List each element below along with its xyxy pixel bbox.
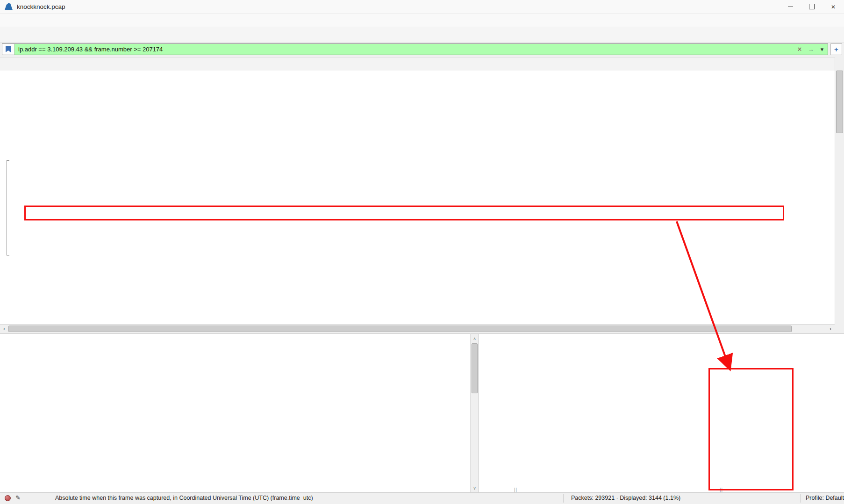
maximize-button[interactable]: [801, 0, 823, 13]
filter-bar: ip.addr == 3.109.209.43 && frame.number …: [0, 43, 844, 56]
status-divider: [800, 494, 801, 503]
scroll-up-arrow-icon[interactable]: [471, 335, 479, 342]
conversation-bracket: [7, 160, 7, 255]
filter-bookmark-button[interactable]: [2, 44, 14, 55]
vscrollbar-thumb[interactable]: [836, 71, 843, 133]
title-bar: knockknock.pcap: [0, 0, 844, 14]
apply-filter-icon[interactable]: [805, 46, 816, 53]
details-scrollbar-thumb[interactable]: [472, 343, 478, 393]
maximize-icon: [809, 4, 815, 9]
status-field-description: Absolute time when this frame was captur…: [55, 495, 313, 501]
packet-list: [0, 71, 835, 324]
capture-comment-icon[interactable]: [15, 494, 21, 501]
display-filter-input[interactable]: ip.addr == 3.109.209.43 && frame.number …: [2, 43, 828, 55]
display-filter-value[interactable]: ip.addr == 3.109.209.43 && frame.number …: [14, 46, 794, 53]
conversation-bracket-tick: [7, 160, 9, 161]
packet-list-hscrollbar[interactable]: [0, 324, 835, 333]
close-button[interactable]: [823, 0, 844, 13]
hex-dump-pane: [479, 334, 844, 493]
profile-label[interactable]: Profile: Default: [806, 495, 844, 501]
hscrollbar-thumb[interactable]: [8, 326, 792, 332]
scrollbar-corner: [835, 324, 844, 333]
menu-bar: [0, 14, 844, 27]
close-icon: [831, 2, 836, 11]
scroll-down-arrow-icon[interactable]: [471, 484, 479, 492]
status-divider: [563, 494, 564, 503]
filter-dropdown-icon[interactable]: [816, 46, 828, 53]
splitter-grip[interactable]: ||: [720, 487, 723, 492]
main-toolbar: [0, 27, 844, 43]
clear-filter-icon[interactable]: [794, 46, 805, 53]
wireshark-logo-icon: [5, 3, 13, 10]
splitter-grip[interactable]: ||: [514, 487, 517, 492]
packet-list-header: [0, 57, 835, 71]
hscroll-right-arrow-icon[interactable]: [826, 325, 835, 333]
hscroll-left-arrow-icon[interactable]: [0, 325, 8, 333]
status-bar: Absolute time when this frame was captur…: [0, 492, 844, 504]
minimize-icon: [788, 7, 793, 7]
conversation-bracket-tick: [7, 255, 9, 256]
bookmark-icon: [6, 46, 11, 52]
expert-info-icon[interactable]: [5, 495, 11, 501]
add-filter-button[interactable]: [830, 43, 842, 55]
window-title: knockknock.pcap: [17, 3, 65, 10]
packet-counts: Packets: 293921 · Displayed: 3144 (1.1%): [571, 495, 680, 501]
minimize-button[interactable]: [780, 0, 801, 13]
packet-details-pane: [0, 334, 470, 493]
packet-list-vscrollbar[interactable]: [835, 57, 844, 324]
details-vscrollbar[interactable]: [470, 334, 479, 493]
